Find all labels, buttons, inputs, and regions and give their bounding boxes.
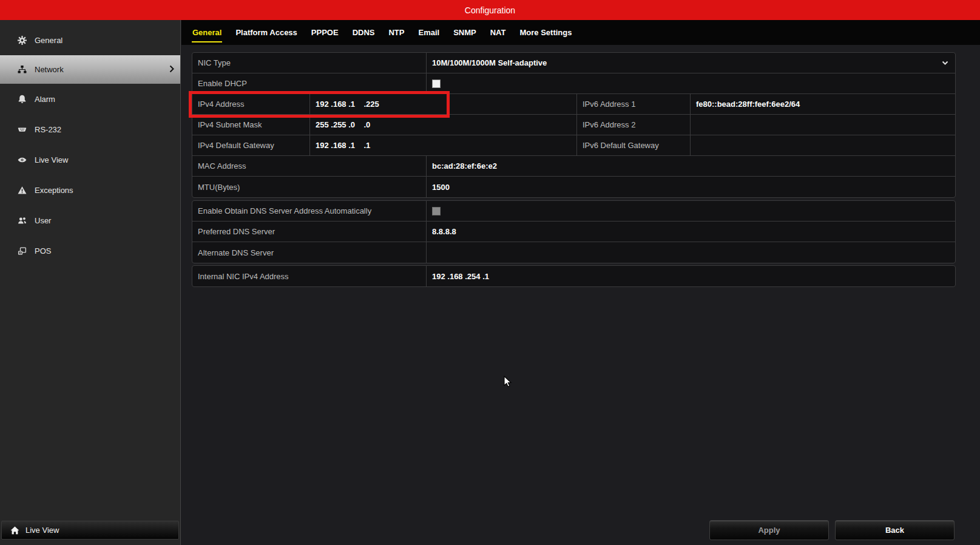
configuration-window: Configuration General Network [0,0,980,545]
sidebar-item-rs232[interactable]: RS-232 [0,114,180,144]
tab-pppoe[interactable]: PPPOE [311,27,339,38]
enable-dhcp-checkbox[interactable] [432,80,441,88]
dns-settings-table: Enable Obtain DNS Server Address Automat… [192,200,956,263]
ipv6-address-2-value [691,115,955,135]
sidebar-item-user[interactable]: User [0,205,180,235]
nic-type-select[interactable]: 10M/100M/1000M Self-adaptive [427,53,955,73]
preferred-dns-row: Preferred DNS Server 8.8.8.8 [192,222,955,242]
window-title: Configuration [465,5,515,15]
internal-nic-table: Internal NIC IPv4 Address 192 .168 .254 … [192,265,956,287]
enable-dhcp-row: Enable DHCP [192,73,955,94]
tab-platform-access[interactable]: Platform Access [235,27,297,38]
sidebar-item-alarm[interactable]: Alarm [0,84,180,114]
mac-address-value: bc:ad:28:ef:6e:e2 [427,156,955,176]
sidebar-item-label: RS-232 [35,125,61,134]
alternate-dns-label: Alternate DNS Server [192,242,427,263]
gear-icon [17,35,27,45]
preferred-dns-input[interactable]: 8.8.8.8 [427,222,955,242]
ipv6-gateway-label: IPv6 Default Gateway [577,135,691,155]
nic-type-value: 10M/100M/1000M Self-adaptive [432,58,547,67]
tab-nat[interactable]: NAT [490,27,507,38]
sidebar-item-label: Alarm [35,95,55,104]
sidebar-item-exceptions[interactable]: Exceptions [0,175,180,205]
tab-ddns[interactable]: DDNS [352,27,376,38]
ipv6-address-2-label: IPv6 Address 2 [577,115,691,135]
sidebar-item-label: POS [35,246,51,256]
nic-type-label: NIC Type [192,53,427,73]
live-view-button[interactable]: Live View [1,521,179,540]
eye-icon [17,155,27,164]
back-button[interactable]: Back [835,520,955,540]
mtu-row: MTU(Bytes) 1500 [192,177,955,197]
titlebar: Configuration [0,0,980,20]
ipv6-address-1-value: fe80::bead:28ff:feef:6ee2/64 [691,94,955,114]
ipv4-subnet-label: IPv4 Subnet Mask [192,115,310,135]
ipv4-address-row: IPv4 Address 192 .168 .1 .225 IPv6 Addre… [192,94,955,115]
apply-button[interactable]: Apply [709,520,829,540]
ipv4-address-label: IPv4 Address [192,94,310,114]
internal-nic-row: Internal NIC IPv4 Address 192 .168 .254 … [192,266,955,286]
ipv4-address-input[interactable]: 192 .168 .1 .225 [310,94,577,114]
alternate-dns-row: Alternate DNS Server [192,242,955,263]
serial-plug-icon [17,124,27,134]
alarm-bell-icon [17,94,27,104]
sidebar-item-network[interactable]: Network [0,55,180,84]
home-icon [10,526,19,535]
sidebar-item-label: User [35,216,51,225]
chevron-right-icon [169,65,174,74]
ipv4-subnet-row: IPv4 Subnet Mask 255 .255 .0 .0 IPv6 Add… [192,115,955,135]
pos-icon [17,246,27,256]
internal-nic-label: Internal NIC IPv4 Address [192,266,427,286]
mac-address-label: MAC Address [192,156,427,176]
alternate-dns-input[interactable] [427,242,955,263]
sidebar-item-live-view[interactable]: Live View [0,144,180,175]
sidebar-item-label: Exceptions [35,186,73,195]
internal-nic-value: 192 .168 .254 .1 [427,266,955,286]
mac-address-row: MAC Address bc:ad:28:ef:6e:e2 [192,156,955,177]
sidebar-item-label: Live View [35,155,68,164]
tab-ntp[interactable]: NTP [388,27,405,38]
live-view-button-label: Live View [25,526,59,535]
ipv4-gateway-label: IPv4 Default Gateway [192,135,310,155]
ipv4-subnet-input[interactable]: 255 .255 .0 .0 [310,115,577,135]
tab-bar: General Platform Access PPPOE DDNS NTP E… [181,20,980,45]
preferred-dns-label: Preferred DNS Server [192,222,427,242]
dns-auto-checkbox[interactable] [432,207,441,215]
sidebar-item-label: Network [35,65,64,74]
tab-general[interactable]: General [192,27,222,38]
dns-auto-label: Enable Obtain DNS Server Address Automat… [192,201,427,221]
nic-type-row: NIC Type 10M/100M/1000M Self-adaptive [192,53,955,73]
tab-snmp[interactable]: SNMP [453,27,477,38]
network-settings-table: NIC Type 10M/100M/1000M Self-adaptive En… [192,52,956,198]
ipv6-gateway-value [691,135,955,155]
ipv4-gateway-row: IPv4 Default Gateway 192 .168 .1 .1 IPv6… [192,135,955,156]
ipv4-gateway-input[interactable]: 192 .168 .1 .1 [310,135,577,155]
sidebar-item-label: General [35,36,63,45]
users-icon [17,215,27,225]
tab-email[interactable]: Email [417,27,440,38]
sidebar: General Network Alarm [0,20,181,545]
ipv6-address-1-label: IPv6 Address 1 [577,94,691,114]
tab-more-settings[interactable]: More Settings [519,27,572,38]
mtu-label: MTU(Bytes) [192,177,427,197]
sidebar-item-general[interactable]: General [0,25,180,55]
network-icon [17,65,27,75]
chevron-down-icon [942,61,948,66]
mtu-input[interactable]: 1500 [427,177,955,197]
sidebar-item-pos[interactable]: POS [0,235,180,266]
warning-icon [17,185,27,195]
enable-dhcp-label: Enable DHCP [192,73,427,93]
dns-auto-row: Enable Obtain DNS Server Address Automat… [192,201,955,222]
sidebar-menu: General Network Alarm [0,25,180,266]
